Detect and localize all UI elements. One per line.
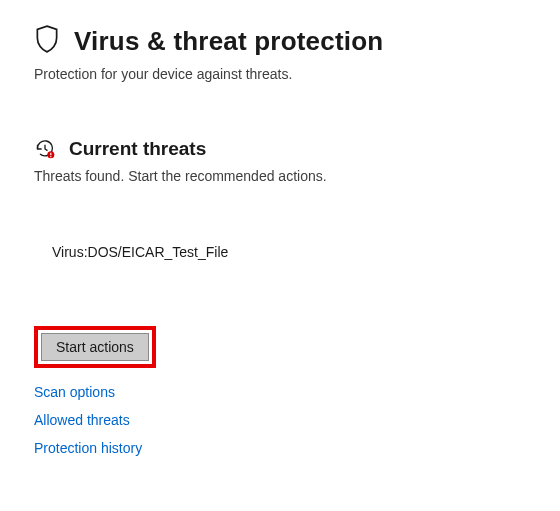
start-actions-highlight: Start actions bbox=[34, 326, 156, 368]
start-actions-button[interactable]: Start actions bbox=[41, 333, 149, 361]
protection-history-link[interactable]: Protection history bbox=[34, 440, 142, 456]
allowed-threats-link[interactable]: Allowed threats bbox=[34, 412, 130, 428]
section-header: Current threats bbox=[34, 138, 526, 160]
section-description: Threats found. Start the recommended act… bbox=[34, 168, 526, 184]
page-header: Virus & threat protection bbox=[34, 24, 526, 58]
threat-item[interactable]: Virus:DOS/EICAR_Test_File bbox=[52, 244, 526, 260]
svg-point-2 bbox=[50, 156, 51, 157]
section-title: Current threats bbox=[69, 138, 206, 160]
scan-options-link[interactable]: Scan options bbox=[34, 384, 115, 400]
history-alert-icon bbox=[34, 138, 56, 160]
page-subtitle: Protection for your device against threa… bbox=[34, 66, 526, 82]
shield-icon bbox=[34, 24, 60, 58]
page-title: Virus & threat protection bbox=[74, 26, 383, 57]
